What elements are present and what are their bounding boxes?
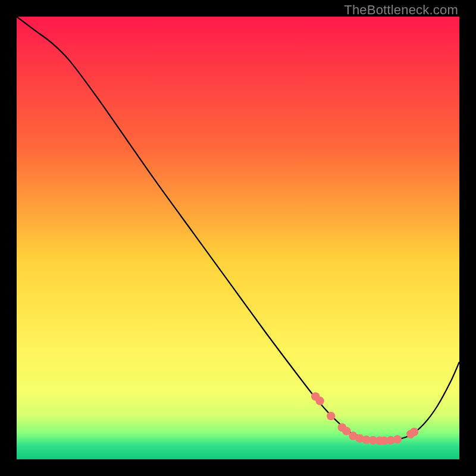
highlight-dot [327,412,335,420]
highlight-dots [311,392,418,445]
plot-area [17,17,459,459]
chart-canvas [17,17,459,459]
bottleneck-curve [17,17,459,441]
highlight-dot [410,428,418,436]
highlight-dot [315,397,324,405]
highlight-dot [393,435,402,443]
chart-frame: TheBottleneck.com [0,0,476,476]
watermark-text: TheBottleneck.com [344,2,458,18]
